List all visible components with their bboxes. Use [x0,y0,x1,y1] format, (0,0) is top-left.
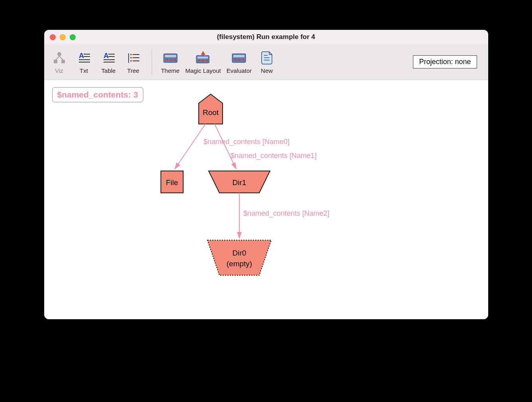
table-button[interactable]: A Table [99,50,118,74]
evaluator-button[interactable]: Evaluator [227,50,252,74]
svg-point-0 [57,52,61,56]
node-root[interactable]: Root [199,94,223,124]
theme-button[interactable]: Theme [161,50,180,74]
toolbar: Viz A Txt A [44,44,488,80]
svg-rect-2 [61,60,65,63]
diagram-svg: Root File Dir1 Dir0 (empty) [44,80,488,319]
svg-point-24 [166,59,168,61]
svg-rect-35 [233,55,244,57]
table-icon: A [101,50,116,65]
svg-point-18 [130,57,132,59]
edge-label-root-file: $named_contents [Name0] [203,138,289,146]
window-title: (filesystem) Run example for 4 [44,33,488,41]
diagram-canvas[interactable]: $named_contents: 3 Root File Dir1 [44,80,488,319]
maximize-icon[interactable] [70,34,76,40]
toolbar-divider [152,49,152,75]
svg-point-31 [198,59,201,62]
svg-text:A: A [79,52,84,60]
tree-icon [126,50,141,65]
viz-button[interactable]: Viz [50,50,69,74]
svg-line-3 [56,56,59,60]
svg-point-26 [174,59,176,61]
node-file-label: File [166,178,178,187]
svg-marker-27 [201,51,205,54]
viz-icon [52,50,67,65]
svg-point-36 [234,59,237,61]
new-label: New [261,67,273,74]
text-icon: A [76,50,92,65]
svg-rect-23 [165,55,176,57]
titlebar: (filesystem) Run example for 4 [44,30,488,44]
svg-rect-30 [198,57,208,59]
edge-label-root-dir1: $named_contents [Name1] [231,152,317,160]
tree-button[interactable]: Tree [124,50,143,74]
magic-layout-label: Magic Layout [186,67,221,74]
svg-point-25 [170,59,172,61]
node-dir0-label-1: Dir0 [232,249,246,257]
theme-label: Theme [161,67,180,74]
magic-layout-icon [196,50,211,65]
projection-label: Projection: none [419,58,471,66]
edge-root-file [175,124,205,169]
svg-rect-1 [54,60,57,63]
svg-point-16 [130,54,132,55]
node-dir1-label: Dir1 [232,178,246,187]
new-button[interactable]: New [257,50,276,74]
svg-marker-45 [207,240,271,275]
table-label: Table [102,67,116,74]
svg-line-4 [59,56,63,60]
app-window: (filesystem) Run example for 4 Viz A [44,30,488,319]
svg-text:A: A [104,52,109,60]
svg-point-37 [238,59,241,61]
evaluator-icon [231,50,246,65]
theme-icon [163,50,178,65]
txt-button[interactable]: A Txt [74,50,94,74]
new-icon [259,50,274,65]
edge-label-dir1-dir0: $named_contents [Name2] [243,209,329,218]
magic-layout-button[interactable]: Magic Layout [186,50,221,74]
node-dir0-label-2: (empty) [226,260,252,268]
node-file[interactable]: File [161,171,183,193]
txt-label: Txt [80,67,88,74]
viz-label: Viz [55,67,63,74]
edge-root-dir1 [215,124,236,169]
svg-point-32 [202,59,204,62]
node-root-label: Root [202,108,219,117]
close-icon[interactable] [50,34,56,40]
evaluator-label: Evaluator [227,67,252,74]
node-dir0[interactable]: Dir0 (empty) [207,240,271,275]
svg-point-33 [206,59,208,62]
tree-label: Tree [127,67,139,74]
minimize-icon[interactable] [60,34,66,40]
svg-point-38 [242,59,244,61]
traffic-lights [50,34,76,40]
projection-selector[interactable]: Projection: none [413,55,477,68]
svg-point-20 [130,60,132,62]
node-dir1[interactable]: Dir1 [209,171,270,193]
